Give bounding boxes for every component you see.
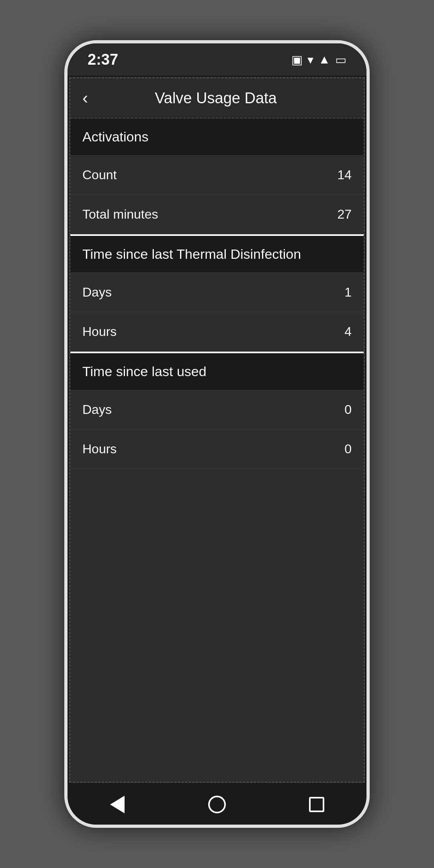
section-header-thermal: Time since last Thermal Disinfection (70, 236, 364, 273)
vibrate-icon: ▣ (291, 53, 303, 67)
row-count: Count 14 (70, 156, 364, 195)
nav-home-button[interactable] (203, 790, 231, 819)
row-last-used-hours-value: 0 (344, 442, 352, 457)
scroll-area: Activations Count 14 Total minutes 27 Ti… (70, 119, 364, 782)
section-header-last-used: Time since last used (70, 353, 364, 390)
row-total-minutes-value: 27 (337, 207, 352, 222)
row-count-value: 14 (337, 168, 352, 182)
row-thermal-hours-label: Hours (82, 324, 117, 339)
battery-icon: ▭ (335, 53, 346, 67)
section-title-last-used: Time since last used (82, 364, 207, 379)
row-last-used-days-label: Days (82, 402, 112, 417)
back-button[interactable]: ‹ (82, 88, 88, 108)
row-count-label: Count (82, 168, 117, 182)
signal-icon: ▲ (318, 53, 330, 66)
section-title-thermal: Time since last Thermal Disinfection (82, 246, 301, 262)
section-header-activations: Activations (70, 119, 364, 156)
row-last-used-hours-label: Hours (82, 442, 117, 457)
status-time: 2:37 (88, 51, 118, 68)
row-total-minutes: Total minutes 27 (70, 195, 364, 234)
status-bar: 2:37 ▣ ▾ ▲ ▭ (68, 43, 366, 76)
row-last-used-days-value: 0 (344, 402, 352, 417)
phone-frame: 2:37 ▣ ▾ ▲ ▭ ‹ Valve Usage Data Activati… (64, 40, 370, 828)
app-content: ‹ Valve Usage Data Activations Count 14 … (69, 77, 365, 783)
nav-bar (68, 784, 366, 825)
row-thermal-days: Days 1 (70, 273, 364, 312)
page-title: Valve Usage Data (96, 90, 336, 107)
section-title-activations: Activations (82, 129, 148, 144)
nav-back-button[interactable] (103, 790, 131, 819)
row-last-used-days: Days 0 (70, 390, 364, 430)
row-last-used-hours: Hours 0 (70, 430, 364, 469)
top-bar: ‹ Valve Usage Data (70, 78, 364, 119)
nav-home-icon (208, 796, 226, 813)
row-thermal-hours-value: 4 (344, 324, 352, 339)
row-thermal-days-label: Days (82, 285, 112, 300)
status-icons: ▣ ▾ ▲ ▭ (291, 53, 346, 67)
nav-recents-icon (309, 797, 324, 812)
row-thermal-hours: Hours 4 (70, 312, 364, 352)
row-total-minutes-label: Total minutes (82, 207, 158, 222)
nav-back-icon (110, 796, 125, 813)
row-thermal-days-value: 1 (344, 285, 352, 300)
nav-recents-button[interactable] (303, 790, 331, 819)
wifi-icon: ▾ (307, 53, 313, 67)
